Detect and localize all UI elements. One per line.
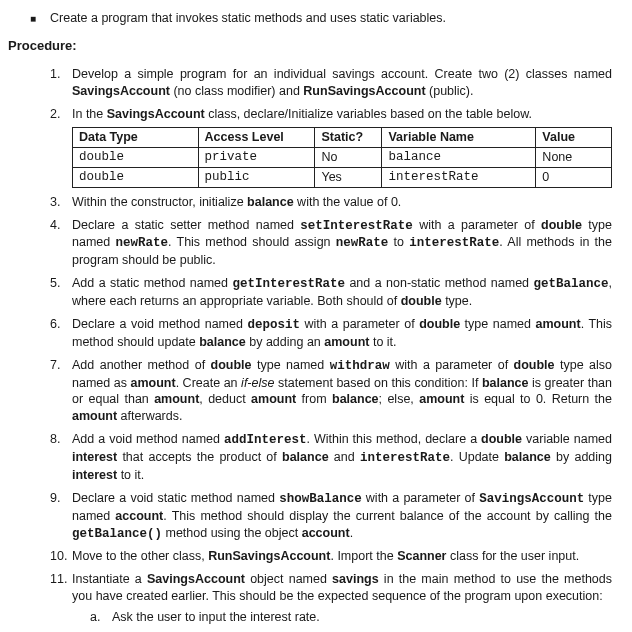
step-6: Declare a void method named deposit with… [50,316,612,351]
step-text: Add another method of double type named … [72,358,612,424]
cell: double [73,167,199,187]
cell: interestRate [382,167,536,187]
step-text: Declare a static setter method named set… [72,218,612,268]
step-text: Within the constructor, initialize balan… [72,195,401,209]
step-text: In the SavingsAccount class, declare/Ini… [72,107,532,121]
step-9: Declare a void static method named showB… [50,490,612,543]
top-bullet: ■ Create a program that invokes static m… [30,10,612,27]
substep-text: Ask the user to input the interest rate. [112,610,320,624]
procedure-heading: Procedure: [8,37,612,55]
cell: No [315,147,382,167]
step-5: Add a static method named getInterestRat… [50,275,612,310]
step-11: Instantiate a SavingsAccount object name… [50,571,612,632]
step-10: Move to the other class, RunSavingsAccou… [50,548,612,565]
variables-table: Data Type Access Level Static? Variable … [72,127,612,188]
th-access-level: Access Level [198,128,315,148]
step-text: Declare a void static method named showB… [72,491,612,540]
procedure-list: Develop a simple program for an individu… [50,66,612,632]
cell: Yes [315,167,382,187]
step-text: Move to the other class, RunSavingsAccou… [72,549,579,563]
table-header-row: Data Type Access Level Static? Variable … [73,128,612,148]
step-7: Add another method of double type named … [50,357,612,426]
step-text: Add a void method named addInterest. Wit… [72,432,612,482]
cell: None [536,147,612,167]
step-8: Add a void method named addInterest. Wit… [50,431,612,484]
step-text: Instantiate a SavingsAccount object name… [72,572,612,603]
step-1: Develop a simple program for an individu… [50,66,612,100]
table-row: double private No balance None [73,147,612,167]
step-text: Develop a simple program for an individu… [72,67,612,98]
step-3: Within the constructor, initialize balan… [50,194,612,211]
step-2: In the SavingsAccount class, declare/Ini… [50,106,612,188]
bullet-text: Create a program that invokes static met… [50,10,446,27]
cell: double [73,147,199,167]
cell: balance [382,147,536,167]
th-static: Static? [315,128,382,148]
cell: 0 [536,167,612,187]
cell: private [198,147,315,167]
cell: public [198,167,315,187]
step-text: Add a static method named getInterestRat… [72,276,612,308]
substep-a: Ask the user to input the interest rate. [90,609,612,626]
step-4: Declare a static setter method named set… [50,217,612,270]
step-text: Declare a void method named deposit with… [72,317,612,349]
sub-list: Ask the user to input the interest rate.… [90,609,612,632]
table-row: double public Yes interestRate 0 [73,167,612,187]
th-variable-name: Variable Name [382,128,536,148]
bullet-square-icon: ■ [30,10,50,27]
th-data-type: Data Type [73,128,199,148]
th-value: Value [536,128,612,148]
